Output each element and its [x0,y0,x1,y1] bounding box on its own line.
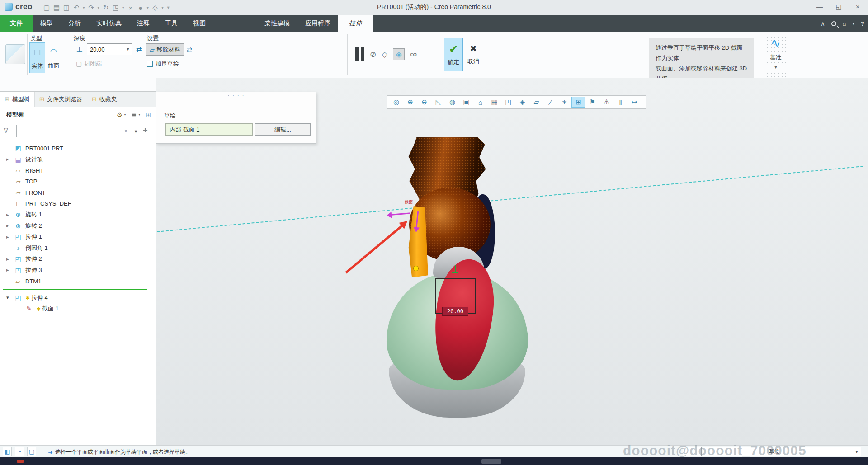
datum-point-display-icon[interactable]: ∗ [557,97,571,108]
view-normal-icon[interactable]: ◳ [501,97,515,108]
datum-dropdown[interactable]: ∿ 基准 ▼ [762,35,789,77]
shading-style-icon[interactable]: ◍ [445,97,459,108]
saved-orientations-icon[interactable]: ⌂ [473,97,487,108]
unattached-preview-icon[interactable]: ◇ [382,50,387,59]
tree-item[interactable]: ∗ 倒圆角 1 [0,243,156,254]
ribbon-tab[interactable]: 拉伸 [338,15,373,32]
zoom-in-icon[interactable]: ⊕ [403,97,417,108]
direction-arrow-icon[interactable] [392,212,410,216]
ribbon-tab[interactable]: 视图 [185,15,213,32]
thicken-checkbox[interactable] [147,61,153,67]
expand-arrow-icon[interactable] [6,234,14,240]
collapse-ribbon-icon[interactable]: ∧ [821,20,825,27]
clear-search-icon[interactable]: × [124,127,127,134]
help-icon[interactable]: ? [861,20,864,27]
navigator-tab[interactable]: ⊞ 模型树 [0,92,35,107]
ribbon-tab[interactable]: 实时仿真 [89,15,129,32]
chevron-down-icon[interactable]: ▼ [762,65,789,70]
ribbon-tab[interactable]: 应用程序 [297,15,338,32]
selected-items-box[interactable] [683,447,702,456]
expand-arrow-icon[interactable] [6,267,14,273]
zoom-out-icon[interactable]: ⊖ [417,97,431,108]
exit-icon[interactable]: ↦ [627,97,642,108]
tree-item[interactable]: ∗ PRT0001.PRT [0,143,156,154]
verify-glasses-icon[interactable]: ∞ [410,49,417,60]
depth-value-combo[interactable]: 20.00 ▼ [87,43,132,55]
learning-connector-icon[interactable]: ⌂ [843,20,846,27]
cancel-button[interactable]: ✖ 取消 [464,38,482,71]
ribbon-tab[interactable]: 分析 [61,15,89,32]
tree-item[interactable]: ∗ FRONT [0,187,156,198]
restore-button[interactable]: ◱ [831,1,846,13]
chevron-down-icon[interactable]: ▼ [853,450,861,454]
tree-item[interactable]: ∗ PRT_CSYS_DEF [0,198,156,210]
tree-item[interactable]: ∗ TOP [0,176,156,188]
tree-item[interactable]: ∗ DTM1 [0,276,156,287]
solid-type-button[interactable]: ◻ 实体 [29,42,45,73]
datum-plane-display-icon[interactable]: ▱ [529,97,543,108]
close-button[interactable]: × [850,1,865,13]
tree-item[interactable]: ∗ 拉伸 2 [0,254,156,265]
tree-search-input[interactable]: × [16,125,130,137]
pause-icon[interactable]: ‖ [613,97,627,108]
tree-item[interactable]: ∗ 拉伸 3 [0,265,156,276]
navigator-tab[interactable]: ⊞ 收藏夹 [87,92,122,107]
thicken-sketch-option[interactable]: 加厚草绘 [147,60,179,68]
expand-arrow-icon[interactable] [6,295,14,301]
filter-funnel-icon[interactable]: ∇ [4,127,8,135]
drag-handle-icon[interactable] [413,266,419,271]
ribbon-tab[interactable]: 柔性建模 [257,15,297,32]
dragger-icon[interactable]: ⊞ [571,97,585,108]
chevron-down-icon[interactable]: ▾ [138,113,140,117]
remove-material-button[interactable]: ▱ 移除材料 [146,43,184,56]
pause-feature-icon[interactable] [355,47,364,61]
depth-dimension-label[interactable]: 20.00 [442,307,468,316]
panel-drag-handle[interactable]: · · · · [156,93,316,98]
ribbon-tab[interactable]: 注释 [129,15,157,32]
browser-toggle-icon[interactable]: ◔ [15,447,24,456]
flip-material-side-icon[interactable]: ⇄ [184,44,195,56]
depth-value[interactable]: 20.00 [87,46,124,53]
tree-item[interactable]: ∗ 截面 1 [0,303,156,315]
expand-arrow-icon[interactable] [6,156,14,162]
tree-item[interactable]: ∗ 拉伸 1 [0,231,156,243]
view-manager-icon[interactable]: ▦ [487,97,501,108]
expand-arrow-icon[interactable] [6,223,14,229]
section-icon[interactable]: ◈ [515,97,529,108]
fullscreen-toggle-icon[interactable]: ▢ [27,447,36,456]
chevron-down-icon[interactable]: ▾ [124,113,126,117]
search-dropdown-icon[interactable]: ▼ [134,129,138,134]
search-icon[interactable] [831,21,836,26]
display-style-icon[interactable]: ▣ [459,97,473,108]
ribbon-tab[interactable]: 文件 [0,15,33,32]
sketch-collector-field[interactable]: 内部 截面 1 [165,123,253,136]
chevron-down-icon[interactable]: ▼ [124,47,132,52]
edit-sketch-button[interactable]: 编辑... [255,123,311,136]
expand-arrow-icon[interactable] [6,212,14,218]
tree-item[interactable]: ∗ 旋转 2 [0,221,156,232]
warning-icon[interactable]: ⚠ [599,97,613,108]
depth-type-icon[interactable]: ⊥ [74,43,85,55]
tree-item[interactable]: ∗ 拉伸 4 [0,292,156,304]
tree-item[interactable]: ∗ 设计项 [0,154,156,165]
minimize-button[interactable]: — [812,1,827,13]
tree-item[interactable]: ∗ RIGHT [0,165,156,176]
ribbon-tab[interactable]: 模型 [33,15,61,32]
add-filter-icon[interactable]: + [143,126,148,135]
selection-filter-combo[interactable]: 草绘 ▼ [703,447,861,456]
navigator-toggle-icon[interactable]: ◧ [3,447,12,456]
zoom-to-fit-icon[interactable]: ◎ [389,97,403,108]
expand-arrow-icon[interactable] [6,256,14,262]
annotation-display-icon[interactable]: ⚑ [585,97,599,108]
tree-item[interactable]: ∗ [0,287,156,292]
tree-item[interactable]: ∗ 旋转 1 [0,209,156,221]
ok-button[interactable]: ✔ 确定 [444,38,463,71]
datum-axis-display-icon[interactable]: ∕ [543,97,557,108]
repaint-icon[interactable]: ◺ [431,97,445,108]
learning-dropdown-icon[interactable]: ▾ [853,21,855,26]
tree-columns-icon[interactable]: ≣ [132,111,137,118]
ribbon-tab[interactable]: 工具 [157,15,185,32]
navigator-tab[interactable]: ⊞ 文件夹浏览器 [35,92,87,107]
tree-settings-icon[interactable]: ⊞ [146,111,151,118]
tree-filters-icon[interactable]: ⚙ [117,111,123,118]
